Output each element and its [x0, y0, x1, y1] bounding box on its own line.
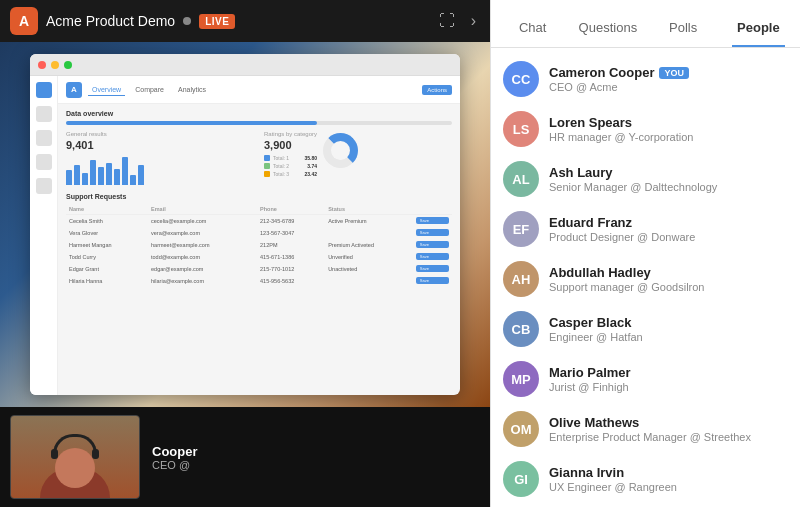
metric2-label: Ratings by category	[264, 131, 317, 137]
cell-action[interactable]: Save	[413, 227, 452, 239]
person-name-row: Loren Spears	[549, 115, 788, 130]
col-action	[413, 204, 452, 215]
avatar: AL	[503, 161, 539, 197]
avatar: GI	[503, 461, 539, 497]
chevron-right-button[interactable]: ›	[467, 8, 480, 34]
list-item[interactable]: AH Abdullah Hadley Support manager @ Goo…	[491, 254, 800, 304]
row-action-btn[interactable]: Save	[416, 217, 449, 224]
table-row: Hilaria Hanna hilaria@example.com 415-95…	[66, 275, 452, 287]
avatar: LS	[503, 111, 539, 147]
dash-tab-analytics[interactable]: Analytics	[174, 84, 210, 95]
avatar: CC	[503, 61, 539, 97]
table-row: Harmeet Mangan harmeet@example.com 212PM…	[66, 239, 452, 251]
row-action-btn[interactable]: Save	[416, 277, 449, 284]
tabs-bar: Chat Questions Polls People	[491, 0, 800, 48]
expand-button[interactable]: ⛶	[435, 8, 459, 34]
tab-people[interactable]: People	[721, 10, 796, 47]
person-role: Senior Manager @ Dalttechnology	[549, 181, 788, 193]
cell-action[interactable]: Save	[413, 239, 452, 251]
person-role: UX Engineer @ Rangreen	[549, 481, 788, 493]
window-min-dot	[51, 61, 59, 69]
cell-email: edgar@example.com	[148, 263, 257, 275]
dash-sidebar	[30, 76, 58, 395]
dash-action-btn[interactable]: Actions	[422, 85, 452, 95]
avatar: MP	[503, 361, 539, 397]
donut-chart	[323, 133, 358, 168]
tab-questions[interactable]: Questions	[570, 10, 645, 47]
person-role: Jurist @ Finhigh	[549, 381, 788, 393]
person-name-row: Casper Black	[549, 315, 788, 330]
cell-action[interactable]: Save	[413, 251, 452, 263]
col-name: Name	[66, 204, 148, 215]
list-item[interactable]: LS Loren Spears HR manager @ Y-corporati…	[491, 104, 800, 154]
avatar-initials: AH	[503, 261, 539, 297]
person-name-row: Eduard Franz	[549, 215, 788, 230]
person-details: Cameron Cooper YOU CEO @ Acme	[549, 65, 788, 93]
cell-action[interactable]: Save	[413, 275, 452, 287]
person-details: Mario Palmer Jurist @ Finhigh	[549, 365, 788, 393]
list-item[interactable]: EF Eduard Franz Product Designer @ Donwa…	[491, 204, 800, 254]
cell-email: vera@example.com	[148, 227, 257, 239]
cell-phone: 215-770-1012	[257, 263, 325, 275]
dash-tab-compare[interactable]: Compare	[131, 84, 168, 95]
sidebar-icon-3	[36, 130, 52, 146]
bar	[114, 169, 120, 185]
list-item[interactable]: CC Cameron Cooper YOU CEO @ Acme	[491, 54, 800, 104]
tab-polls[interactable]: Polls	[646, 10, 721, 47]
row-action-btn[interactable]: Save	[416, 229, 449, 236]
window-close-dot	[38, 61, 46, 69]
list-item[interactable]: MP Mario Palmer Jurist @ Finhigh	[491, 354, 800, 404]
person-role: Product Designer @ Donware	[549, 231, 788, 243]
cell-status: Unverified	[325, 251, 413, 263]
row-action-btn[interactable]: Save	[416, 265, 449, 272]
cell-email: cecelia@example.com	[148, 215, 257, 227]
bar	[98, 167, 104, 185]
list-item[interactable]: OM Olive Mathews Enterprise Product Mana…	[491, 404, 800, 454]
list-item[interactable]: CB Casper Black Engineer @ Hatfan	[491, 304, 800, 354]
bar	[138, 165, 144, 185]
avatar: EF	[503, 211, 539, 247]
person-name-row: Cameron Cooper YOU	[549, 65, 788, 80]
col-phone: Phone	[257, 204, 325, 215]
cell-name: Harmeet Mangan	[66, 239, 148, 251]
cell-action[interactable]: Save	[413, 263, 452, 275]
live-badge: LIVE	[199, 14, 235, 29]
person-role: CEO @ Acme	[549, 81, 788, 93]
tab-chat[interactable]: Chat	[495, 10, 570, 47]
person-head	[55, 448, 95, 488]
avatar-initials: GI	[503, 461, 539, 497]
left-panel: A Acme Product Demo LIVE ⛶ ›	[0, 0, 490, 507]
status-dot	[183, 17, 191, 25]
row-action-btn[interactable]: Save	[416, 253, 449, 260]
headphone-left	[51, 449, 58, 459]
cell-status: Active Premium	[325, 215, 413, 227]
cell-phone: 123-567-3047	[257, 227, 325, 239]
person-name-row: Mario Palmer	[549, 365, 788, 380]
dash-logo: A	[66, 82, 82, 98]
cell-action[interactable]: Save	[413, 215, 452, 227]
window-max-dot	[64, 61, 72, 69]
cell-email: hilaria@example.com	[148, 275, 257, 287]
presenter-name: Cooper	[152, 444, 198, 459]
person-name-row: Gianna Irvin	[549, 465, 788, 480]
list-item[interactable]: GI Gianna Irvin UX Engineer @ Rangreen	[491, 454, 800, 504]
table-row: Cecelia Smith cecelia@example.com 212-34…	[66, 215, 452, 227]
header-bar: A Acme Product Demo LIVE ⛶ ›	[0, 0, 490, 42]
dash-main: A Overview Compare Analytics Actions Dat…	[58, 76, 460, 395]
app-icon: A	[10, 7, 38, 35]
person-details: Gianna Irvin UX Engineer @ Rangreen	[549, 465, 788, 493]
data-overview-title: Data overview	[66, 110, 452, 117]
cell-phone: 415-671-1386	[257, 251, 325, 263]
bar	[90, 160, 96, 185]
list-item[interactable]: AL Ash Laury Senior Manager @ Dalttechno…	[491, 154, 800, 204]
dashboard-window: A Overview Compare Analytics Actions Dat…	[30, 54, 460, 395]
metric2-value: 3,900	[264, 139, 317, 151]
sidebar-icon-2	[36, 106, 52, 122]
bar	[130, 175, 136, 185]
person-role: HR manager @ Y-corporation	[549, 131, 788, 143]
row-action-btn[interactable]: Save	[416, 241, 449, 248]
dash-tab-overview[interactable]: Overview	[88, 84, 125, 96]
bar	[66, 170, 72, 185]
right-panel: Chat Questions Polls People CC Cameron C…	[490, 0, 800, 507]
dash-body: A Overview Compare Analytics Actions Dat…	[30, 76, 460, 395]
